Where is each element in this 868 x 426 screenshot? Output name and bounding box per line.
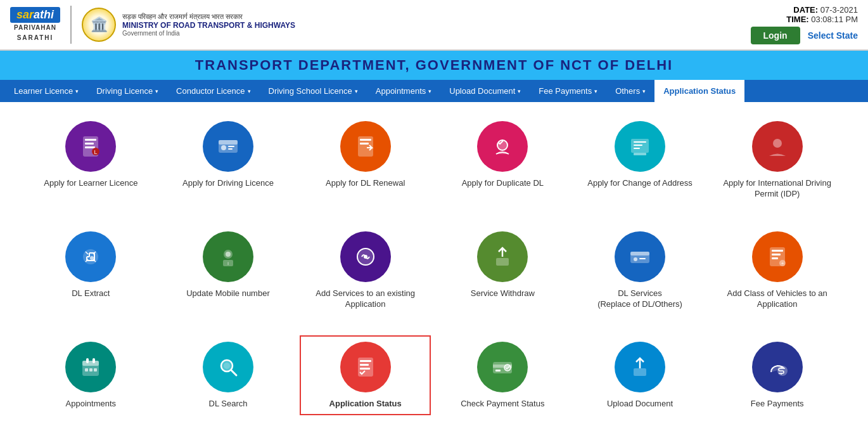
card-add-services[interactable]: Add Services to an existing Application <box>300 225 431 316</box>
card-change-address[interactable]: Apply for Change of Address <box>575 115 706 206</box>
svg-text:+: + <box>781 261 784 266</box>
update-mobile-label: Update Mobile number <box>186 288 270 299</box>
select-state-button[interactable]: Select State <box>808 30 858 41</box>
idp-icon <box>752 121 803 172</box>
chevron-down-icon: ▾ <box>428 88 431 94</box>
time-value: 03:08:11 PM <box>811 15 858 24</box>
svg-rect-35 <box>772 250 783 252</box>
header-actions: Login Select State <box>751 27 858 44</box>
service-withdraw-icon <box>477 231 528 282</box>
svg-rect-41 <box>82 361 99 366</box>
svg-rect-29 <box>496 258 509 266</box>
date-value: 07-3-2021 <box>820 5 858 15</box>
nav-fee-payments[interactable]: Fee Payments ▾ <box>530 80 606 102</box>
card-duplicate-dl[interactable]: Apply for Duplicate DL <box>437 115 568 206</box>
svg-rect-52 <box>360 364 369 366</box>
svg-rect-7 <box>219 140 238 145</box>
ministry-hindi: सड़क परिवहन और राजमार्ग मंत्रालय भारत सर… <box>122 13 295 21</box>
add-class-vehicles-icon: + <box>752 231 803 282</box>
card-learner-licence[interactable]: L Apply for Learner Licence <box>25 115 156 206</box>
duplicate-dl-label: Apply for Duplicate DL <box>462 178 544 189</box>
nav-appointments[interactable]: Appointments ▾ <box>367 80 441 102</box>
svg-rect-9 <box>228 146 234 147</box>
dl-search-icon <box>203 342 253 392</box>
svg-rect-17 <box>634 141 646 143</box>
icon-grid-row1: L Apply for Learner Licence Apply for Dr… <box>25 115 843 206</box>
ministry-sub: Government of India <box>122 30 295 37</box>
card-dl-renewal[interactable]: Apply for DL Renewal <box>300 115 431 206</box>
nav-driving-school[interactable]: Driving School Licence ▾ <box>260 80 367 102</box>
svg-point-24 <box>226 252 231 257</box>
fee-payments-icon <box>752 342 803 392</box>
svg-rect-46 <box>94 368 97 371</box>
nav-others[interactable]: Others ▾ <box>606 80 654 102</box>
card-dl-extract[interactable]: DL Extract <box>25 225 156 316</box>
ministry-english: MINISTRY OF ROAD TRANSPORT & HIGHWAYS <box>122 21 295 30</box>
card-update-mobile[interactable]: i Update Mobile number <box>163 225 294 316</box>
main-navbar: Learner Licence ▾ Driving Licence ▾ Cond… <box>0 80 868 102</box>
card-fee-payments[interactable]: Fee Payments <box>712 335 843 416</box>
dl-extract-label: DL Extract <box>72 288 110 299</box>
date-display: DATE: 07-3-2021 <box>793 5 858 15</box>
svg-rect-12 <box>360 139 371 141</box>
svg-rect-44 <box>85 368 88 371</box>
dl-services-label: DL Services(Replace of DL/Others) <box>597 288 682 310</box>
parivahan-label: PARIVAHAN <box>14 24 56 31</box>
login-button[interactable]: Login <box>751 27 800 44</box>
add-services-label: Add Services to an existing Application <box>303 288 427 310</box>
page-header: sarathi PARIVAHAN SARATHI 🏛️ सड़क परिवहन… <box>0 0 868 51</box>
svg-rect-53 <box>360 368 370 370</box>
svg-rect-36 <box>772 254 781 255</box>
card-check-payment[interactable]: Check Payment Status <box>437 335 568 416</box>
svg-rect-19 <box>634 148 640 149</box>
card-idp[interactable]: Apply for International Driving Permit (… <box>712 115 843 206</box>
dl-extract-icon <box>65 231 116 282</box>
svg-rect-43 <box>93 358 95 363</box>
card-driving-licence[interactable]: Apply for Driving Licence <box>163 115 294 206</box>
header-right: DATE: 07-3-2021 TIME: 03:08:11 PM Login … <box>751 5 858 44</box>
service-withdraw-label: Service Withdraw <box>471 288 535 299</box>
upload-document-label: Upload Document <box>607 399 673 410</box>
dl-search-label: DL Search <box>209 399 248 410</box>
nav-learner-licence[interactable]: Learner Licence ▾ <box>5 80 87 102</box>
svg-rect-51 <box>360 360 371 362</box>
card-dl-services[interactable]: DL Services(Replace of DL/Others) <box>575 225 706 316</box>
card-add-class-vehicles[interactable]: + Add Class of Vehicles to an Applicatio… <box>712 225 843 316</box>
driving-licence-label: Apply for Driving Licence <box>182 178 274 189</box>
logo-box: sarathi <box>10 7 60 23</box>
add-class-vehicles-label: Add Class of Vehicles to an Application <box>715 288 839 310</box>
chevron-down-icon: ▾ <box>75 88 79 94</box>
svg-point-49 <box>224 363 230 369</box>
svg-point-20 <box>773 139 782 148</box>
check-payment-icon <box>477 342 528 392</box>
svg-point-8 <box>221 145 226 150</box>
card-service-withdraw[interactable]: Service Withdraw <box>437 225 568 316</box>
card-dl-search[interactable]: DL Search <box>163 335 294 416</box>
dept-title-bar: TRANSPORT DEPARTMENT, GOVERNMENT OF NCT … <box>0 51 868 80</box>
dept-title-text: TRANSPORT DEPARTMENT, GOVERNMENT OF NCT … <box>195 57 673 73</box>
nav-conductor-licence[interactable]: Conductor Licence ▾ <box>167 80 259 102</box>
appointments-icon <box>65 342 116 392</box>
card-application-status[interactable]: Application Status <box>300 335 431 416</box>
datetime: DATE: 07-3-2021 TIME: 03:08:11 PM <box>786 5 858 24</box>
svg-point-32 <box>634 257 637 261</box>
card-upload-document[interactable]: Upload Document <box>575 335 706 416</box>
svg-rect-18 <box>634 145 642 146</box>
fee-payments-label: Fee Payments <box>751 399 804 410</box>
svg-point-28 <box>364 255 367 259</box>
nav-upload-doc[interactable]: Upload Document ▾ <box>440 80 530 102</box>
date-label: DATE: <box>793 5 818 15</box>
chevron-down-icon: ▾ <box>355 88 358 94</box>
svg-rect-16 <box>634 153 646 155</box>
card-appointments[interactable]: Appointments <box>25 335 156 416</box>
nav-application-status[interactable]: Application Status <box>654 80 744 102</box>
chevron-down-icon: ▾ <box>155 88 158 94</box>
chevron-down-icon: ▾ <box>642 88 646 94</box>
icon-grid-row2: DL Extract i Update Mobile number Add Se… <box>25 225 843 316</box>
learner-licence-icon: L <box>65 121 116 172</box>
svg-rect-42 <box>86 358 89 363</box>
ministry-text: सड़क परिवहन और राजमार्ग मंत्रालय भारत सर… <box>122 13 295 37</box>
nav-driving-licence[interactable]: Driving Licence ▾ <box>87 80 167 102</box>
dl-services-icon <box>615 231 665 282</box>
time-label: TIME: <box>786 15 808 24</box>
